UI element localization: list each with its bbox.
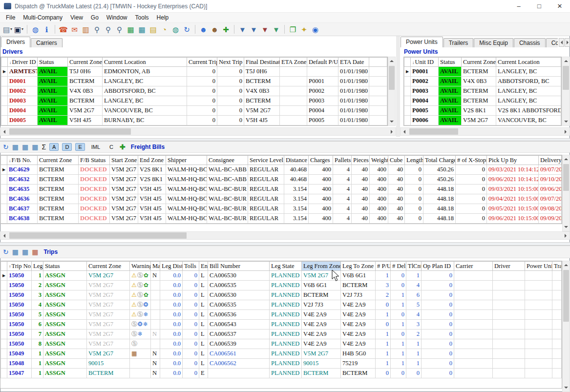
column-header-shipper[interactable]: Shipper <box>166 156 207 165</box>
trips-vertical-scrollbar[interactable] <box>562 261 570 392</box>
scroll-up-button[interactable] <box>388 57 395 65</box>
table-row[interactable]: BC4638BCTERMDOCKEDV5M 2G7V5H 4J5WALM-HQ-… <box>1 214 562 224</box>
power-units-vertical-scrollbar[interactable] <box>562 57 570 126</box>
freight-bills-horizontal-scrollbar[interactable] <box>0 231 570 240</box>
scroll-up-button[interactable] <box>562 57 570 65</box>
scroll-down-button[interactable] <box>562 118 570 125</box>
filter-edit-button[interactable]: ▼ <box>259 24 271 35</box>
column-header-start-zone[interactable]: Start Zone <box>110 156 138 165</box>
coins-button[interactable]: ◔ <box>159 24 170 35</box>
grid-view-icon[interactable]: ▦ <box>12 144 19 150</box>
table-row[interactable]: 150507ASSGNV5M 2G7Ⓢ❄N0.00LCA006537PLANNE… <box>1 330 562 339</box>
column-header-cube[interactable]: Cube <box>388 156 405 165</box>
sum-icon[interactable]: Σ <box>42 144 46 150</box>
table-row[interactable]: BC4632BCTERMDOCKEDV5M 2G7V2S 8K1WALM-HQ-… <box>1 175 562 185</box>
links-button[interactable]: ✦ <box>298 24 310 35</box>
table-row[interactable]: D0002AVAILV4X 0B3ABBOTSFORD, BC00V4X 0B3… <box>1 86 387 96</box>
table-row[interactable]: ▶ARMTESTAVAILT5J 0H6EDMONTON, AB00T5J 0H… <box>1 67 387 77</box>
table-row[interactable]: 150491ASSGNV5M 2G7▦N0.00LCA006561PLANNED… <box>1 349 562 359</box>
table-row[interactable]: P0003AVAILBCTERMLANGLEY, BC <box>404 86 561 96</box>
tab-containers[interactable]: Containers <box>546 38 558 47</box>
column-header-delivery-by[interactable]: Delivery By <box>539 156 562 165</box>
scrollbar-thumb[interactable] <box>9 232 187 239</box>
column-header-status[interactable]: Status <box>439 58 462 67</box>
table-row[interactable]: P0005AVAILV2S 8K1V2S 8K1 ABBOTSFORD, BC <box>404 106 561 116</box>
menu-tools[interactable]: Tools <box>131 13 153 22</box>
add-resource-button[interactable]: ✚ <box>220 24 232 35</box>
table-row[interactable]: ▶BC4629BCTERMDOCKEDV5M 2G7V2S 8K1WALM-HQ… <box>1 165 562 175</box>
column-header-final-destination[interactable]: Final Destination <box>244 58 280 67</box>
phone-button[interactable]: ☎ <box>58 24 69 35</box>
mail-button[interactable]: ✉ <box>69 24 80 35</box>
grid-view2-icon[interactable]: ▦ <box>22 248 28 255</box>
scroll-left-button[interactable] <box>401 128 408 135</box>
user-button[interactable]: ☻ <box>198 24 209 35</box>
column-header-pieces[interactable]: Pieces <box>352 156 370 165</box>
info-button[interactable]: ℹ <box>41 24 52 35</box>
section-splitter[interactable] <box>0 138 570 141</box>
notes-button[interactable]: ❐ <box>287 24 298 35</box>
column-header-f-b-status[interactable]: F/B Status <box>79 156 110 165</box>
section-splitter[interactable] <box>0 242 570 246</box>
scrollbar-track[interactable] <box>408 128 562 135</box>
column-header-trip-no[interactable]: ↑Trip No. <box>7 262 32 271</box>
column-header-of-x-stops[interactable]: # of X-Stops <box>456 156 487 165</box>
scrollbar-track[interactable] <box>562 65 570 118</box>
column-header-current-zone[interactable]: Current Zone <box>87 262 130 271</box>
column-header-man[interactable]: Man <box>151 262 160 271</box>
money-button[interactable]: ▤ <box>148 24 159 35</box>
column-header-leg-to-zone[interactable]: Leg To Zone <box>341 262 376 271</box>
monitor-teal-button[interactable]: ▦ <box>136 24 148 35</box>
scroll-down-button[interactable] <box>563 384 570 392</box>
tab-misc-equip[interactable]: Misc Equip <box>474 38 513 47</box>
filter-blue-button[interactable]: ▼ <box>237 24 248 35</box>
filter-blue2-button[interactable]: ▼ <box>248 24 259 35</box>
column-header-eta-date[interactable]: ETA Date <box>338 58 369 67</box>
maximize-button[interactable]: □ <box>529 0 549 13</box>
column-header-leg-dist[interactable]: Leg Dist <box>160 262 183 271</box>
scrollbar-thumb[interactable] <box>563 164 569 191</box>
menu-help[interactable]: Help <box>153 13 173 22</box>
globe-button[interactable]: ◍ <box>170 24 181 35</box>
column-header-tolls[interactable]: Tolls <box>183 262 199 271</box>
column-header-end-zone[interactable]: End Zone <box>138 156 166 165</box>
column-header-power-unit[interactable]: Power Unit <box>525 262 552 271</box>
column-header-bill-number[interactable]: Bill Number <box>208 262 270 271</box>
refresh-icon[interactable]: ↻ <box>3 248 9 255</box>
scrollbar-track[interactable] <box>563 269 570 384</box>
column-header-pallets[interactable]: Pallets <box>333 156 352 165</box>
column-header-pick-up-by[interactable]: Pick Up By <box>487 156 539 165</box>
tab-carriers[interactable]: Carriers <box>31 38 63 47</box>
drivers-horizontal-scrollbar[interactable] <box>0 127 396 136</box>
column-header-tlcnt[interactable]: TlCnt <box>406 262 422 271</box>
column-header-status[interactable]: Status <box>38 58 68 67</box>
package-button[interactable]: ▥ <box>80 24 91 35</box>
scrollbar-track[interactable] <box>8 128 388 135</box>
column-header-consignee[interactable]: Consignee <box>207 156 248 165</box>
table-row[interactable]: BC4635BCTERMDOCKEDV5M 2G7V5H 4J5WALM-HQ-… <box>1 185 562 194</box>
table-row[interactable]: D0003AVAILBCTERMLANGLEY, BC00BCTERMP0003… <box>1 96 387 106</box>
tab-drivers[interactable]: Drivers <box>1 37 30 47</box>
menu-multi-company[interactable]: Multi-Company <box>19 13 66 22</box>
table-row[interactable]: D0004AVAILV5M 2G7VANCOUVER, BC00V5M 2G7P… <box>1 106 387 116</box>
fb-filter-iml[interactable]: IML <box>88 143 103 151</box>
fb-filter-a[interactable]: A <box>49 143 59 151</box>
scroll-right-button[interactable] <box>562 232 570 239</box>
grid-view-icon[interactable]: ▦ <box>12 248 19 255</box>
column-header-current-location[interactable]: Current Location <box>103 58 187 67</box>
web-search-button[interactable]: ◉ <box>310 24 321 35</box>
scroll-up-button[interactable] <box>563 155 570 163</box>
scrollbar-track[interactable] <box>388 65 395 118</box>
column-header-total-charges[interactable]: Total Charges <box>423 156 456 165</box>
table-row[interactable]: P0004AVAILBCTERMLANGLEY, BC <box>404 96 561 106</box>
column-header-warnings[interactable]: Warnings <box>130 262 151 271</box>
table-row[interactable]: P0002AVAILV4X 0B3ABBOTSFORD, BC <box>404 77 561 86</box>
table-row[interactable]: 150506ASSGNV5M 2G7Ⓢ❂❄0.00LCA006543PLANNE… <box>1 320 562 330</box>
menu-window[interactable]: Window <box>103 13 131 22</box>
grid-view3-icon[interactable]: ▦ <box>32 248 38 255</box>
table-row[interactable]: 150502ASSGNV5M 2G7⚠Ⓢ✿0.00LCA006535PLANNE… <box>1 281 562 290</box>
column-header-carrier[interactable]: Carrier <box>454 262 493 271</box>
tab-power-units[interactable]: Power Units <box>401 37 443 47</box>
refresh-icon[interactable]: ↻ <box>3 144 9 150</box>
fb-filter-c[interactable]: C <box>106 143 116 151</box>
